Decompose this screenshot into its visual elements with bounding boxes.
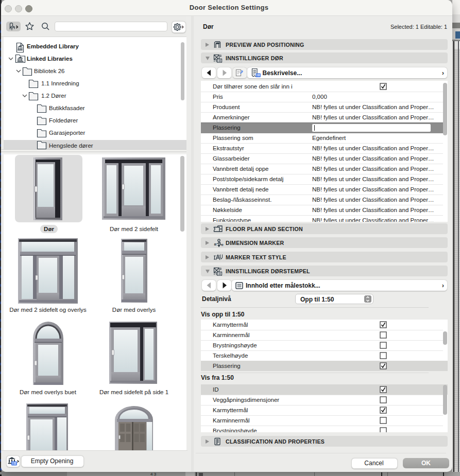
svg-text:e: e [222,242,224,247]
svg-text:a: a [214,242,217,246]
